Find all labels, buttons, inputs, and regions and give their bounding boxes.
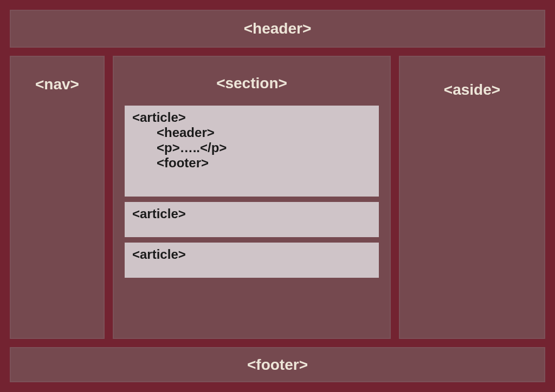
header-label: <header> <box>244 20 312 37</box>
footer-region: <footer> <box>10 347 545 382</box>
aside-region: <aside> <box>399 56 545 339</box>
article-region-3: <article> <box>125 243 379 278</box>
footer-label: <footer> <box>247 356 308 374</box>
section-region: <section> <article> <header> <p>…..</p> … <box>113 56 391 339</box>
article-1-footer-line: <footer> <box>132 155 371 171</box>
article-region-1: <article> <header> <p>…..</p> <footer> <box>125 106 379 197</box>
article-1-paragraph-line: <p>…..</p> <box>132 140 371 155</box>
article-2-title: <article> <box>132 206 371 221</box>
article-region-2: <article> <box>125 202 379 237</box>
header-region: <header> <box>10 10 545 48</box>
html5-layout-diagram: <header> <nav> <section> <article> <head… <box>10 10 545 382</box>
article-1-header-line: <header> <box>132 125 371 140</box>
article-1-title: <article> <box>132 110 371 125</box>
nav-region: <nav> <box>10 56 105 339</box>
nav-label: <nav> <box>35 76 79 93</box>
main-content-row: <nav> <section> <article> <header> <p>….… <box>10 56 545 339</box>
article-3-title: <article> <box>132 247 371 262</box>
aside-label: <aside> <box>444 81 500 98</box>
section-label: <section> <box>216 75 287 92</box>
